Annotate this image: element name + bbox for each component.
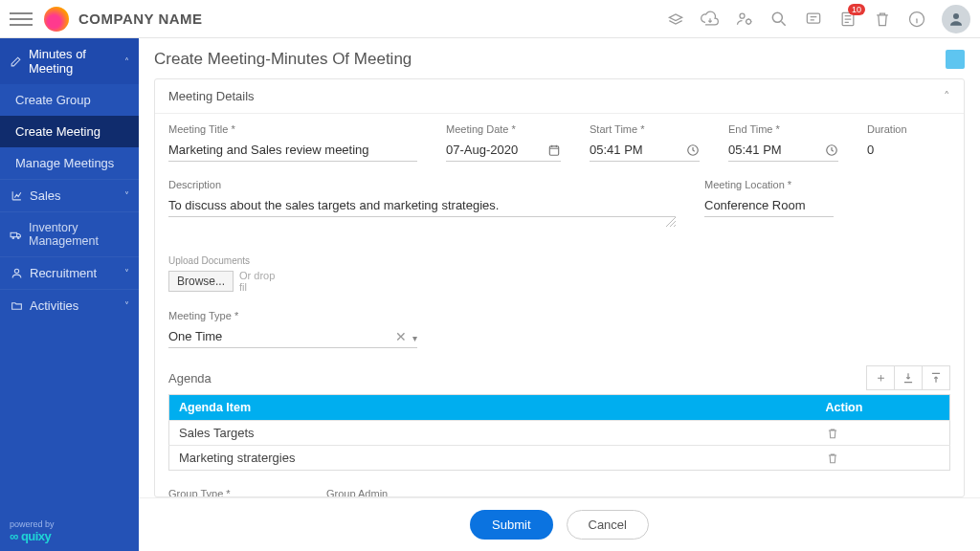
svg-point-1 xyxy=(746,19,751,24)
start-time-input[interactable] xyxy=(590,139,700,162)
sidebar-item-recruitment[interactable]: Recruitment˅ xyxy=(0,256,139,289)
meeting-title-label: Meeting Title * xyxy=(168,123,417,135)
meeting-details-panel: Meeting Details ˄ Meeting Title * Meetin… xyxy=(154,78,965,497)
chevron-up-icon: ˄ xyxy=(124,56,129,67)
drop-files-text: Or drop fil xyxy=(239,270,283,293)
sidebar-item-inventory[interactable]: Inventory Management xyxy=(0,211,139,256)
info-icon[interactable] xyxy=(907,10,926,29)
end-time-label: End Time * xyxy=(728,123,838,135)
duration-label: Duration xyxy=(867,123,944,135)
search-icon[interactable] xyxy=(769,10,789,29)
svg-point-2 xyxy=(772,12,782,22)
group-type-label: Group Type * xyxy=(168,488,298,497)
folder-icon xyxy=(10,299,23,313)
delete-row-icon[interactable] xyxy=(826,452,941,465)
svg-point-6 xyxy=(953,13,959,19)
upload-button[interactable] xyxy=(922,365,950,390)
user-avatar[interactable] xyxy=(942,5,970,33)
submit-button[interactable]: Submit xyxy=(470,510,552,540)
description-input[interactable] xyxy=(168,194,676,217)
sidebar-item-activities[interactable]: Activities˅ xyxy=(0,289,139,321)
trash-icon[interactable] xyxy=(873,10,892,29)
upload-label: Upload Documents xyxy=(168,255,283,266)
group-admin-label: Group Admin xyxy=(326,488,456,497)
table-row: Sales Targets xyxy=(169,421,950,446)
agenda-col-action: Action xyxy=(816,395,950,421)
top-bar: COMPANY NAME 10 xyxy=(0,0,980,38)
svg-point-8 xyxy=(12,236,14,238)
topbar-actions: 10 xyxy=(666,5,970,33)
svg-rect-11 xyxy=(549,146,558,155)
logo-icon xyxy=(44,7,69,32)
cancel-button[interactable]: Cancel xyxy=(567,510,649,540)
powered-by: powered by ∞ quixy xyxy=(0,512,139,551)
edit-icon xyxy=(10,55,22,68)
sidebar-item-manage-meetings[interactable]: Manage Meetings xyxy=(0,147,139,179)
layers-icon[interactable] xyxy=(666,10,685,29)
users-gear-icon[interactable] xyxy=(735,10,754,29)
notifications-icon[interactable]: 10 xyxy=(838,10,858,29)
truck-icon xyxy=(10,228,22,241)
cloud-download-icon[interactable] xyxy=(701,10,720,29)
sidebar-label: Minutes of Meeting xyxy=(29,47,118,76)
meeting-date-input[interactable] xyxy=(446,139,561,162)
sidebar: Minutes of Meeting ˄ Create Group Create… xyxy=(0,38,139,551)
clock-icon[interactable] xyxy=(825,143,838,157)
svg-point-0 xyxy=(740,13,745,18)
meeting-date-label: Meeting Date * xyxy=(446,123,561,135)
clock-icon[interactable] xyxy=(686,143,700,157)
location-label: Meeting Location * xyxy=(704,179,834,190)
duration-value: 0 xyxy=(867,139,944,161)
chat-icon[interactable] xyxy=(804,10,823,29)
chevron-down-icon: ˅ xyxy=(124,268,129,278)
start-time-label: Start Time * xyxy=(590,123,700,135)
sidebar-item-create-group[interactable]: Create Group xyxy=(0,84,139,116)
browse-button[interactable]: Browse... xyxy=(168,271,234,292)
menu-toggle-icon[interactable] xyxy=(10,8,33,31)
agenda-col-item: Agenda Item xyxy=(169,395,816,421)
chevron-up-icon: ˄ xyxy=(944,89,950,103)
description-label: Description xyxy=(168,179,676,190)
notification-badge: 10 xyxy=(848,4,865,15)
table-row: Marketing stratergies xyxy=(169,446,950,471)
sidebar-item-minutes[interactable]: Minutes of Meeting ˄ xyxy=(0,38,139,84)
calendar-icon[interactable] xyxy=(547,143,561,157)
svg-rect-3 xyxy=(807,13,819,23)
download-button[interactable] xyxy=(894,365,923,390)
resize-handle-icon[interactable] xyxy=(666,217,676,227)
comment-bubble-icon[interactable] xyxy=(946,50,965,69)
svg-point-9 xyxy=(17,236,19,238)
meeting-type-label: Meeting Type * xyxy=(168,310,417,321)
quixy-logo: ∞ quixy xyxy=(10,529,129,543)
main-content: Create Meeting-Minutes Of Meeting Meetin… xyxy=(139,38,980,551)
meeting-type-select[interactable] xyxy=(168,325,417,348)
svg-point-10 xyxy=(14,269,18,273)
company-name: COMPANY NAME xyxy=(78,11,203,27)
svg-rect-7 xyxy=(11,232,17,236)
add-row-button[interactable]: ＋ xyxy=(866,365,895,390)
delete-row-icon[interactable] xyxy=(826,427,941,440)
chevron-down-icon: ˅ xyxy=(124,300,129,311)
agenda-label: Agenda xyxy=(168,371,212,386)
end-time-input[interactable] xyxy=(728,139,838,162)
sidebar-item-create-meeting[interactable]: Create Meeting xyxy=(0,116,139,147)
footer-actions: Submit Cancel xyxy=(139,497,980,551)
panel-header[interactable]: Meeting Details ˄ xyxy=(155,79,964,114)
chevron-down-icon[interactable]: ▾ xyxy=(412,333,417,343)
meeting-title-input[interactable] xyxy=(168,139,417,162)
agenda-table: Agenda Item Action Sales Targets Marketi… xyxy=(168,394,950,471)
person-icon xyxy=(10,267,23,280)
location-input[interactable] xyxy=(704,194,834,217)
chevron-down-icon: ˅ xyxy=(124,190,129,201)
clear-icon[interactable]: ✕ xyxy=(395,329,407,344)
page-title: Create Meeting-Minutes Of Meeting xyxy=(139,38,980,78)
sidebar-item-sales[interactable]: Sales˅ xyxy=(0,179,139,211)
chart-icon xyxy=(10,189,23,203)
